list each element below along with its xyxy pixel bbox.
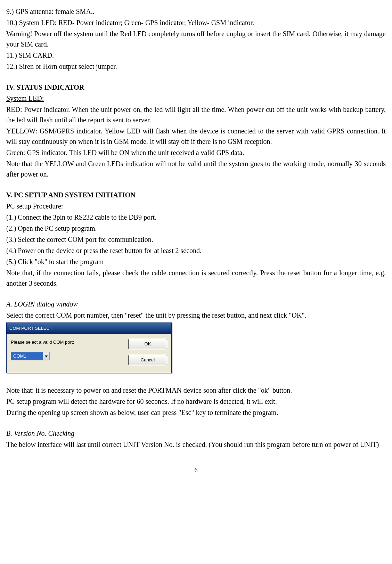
dialog-body: Please select a valid COM port: COM1 OK … bbox=[7, 334, 171, 373]
section-a-instruction: Select the correct COM port number, then… bbox=[6, 310, 386, 320]
com-port-select-dialog: COM PORT SELECT Please select a valid CO… bbox=[6, 322, 172, 373]
list-item-12: 12.) Siren or Horn output select jumper. bbox=[6, 61, 386, 72]
dialog-button-column: OK Cancel bbox=[128, 339, 167, 365]
section-a-note-3: During the opening up screen shown as be… bbox=[6, 407, 386, 418]
procedure-note: Note that, if the connection fails, plea… bbox=[6, 268, 386, 288]
dialog-title: COM PORT SELECT bbox=[9, 325, 52, 332]
list-item-9: 9.) GPS antenna: female SMA.. bbox=[6, 6, 386, 17]
led-note: Note that the YELLOW and Green LEDs indi… bbox=[6, 158, 386, 179]
section-a-note-1: Note that: it is necessary to power on a… bbox=[6, 385, 386, 395]
step-4: (4.) Power on the device or press the re… bbox=[6, 245, 386, 256]
led-green-description: Green: GPS indicator. This LED will be O… bbox=[6, 147, 386, 158]
pc-setup-procedure-label: PC setup Procedure: bbox=[6, 201, 386, 211]
led-yellow-description: YELLOW: GSM/GPRS indicator. Yellow LED w… bbox=[6, 126, 386, 147]
page-number: 6 bbox=[6, 466, 386, 475]
warning-text: Warning! Power off the system until the … bbox=[6, 28, 386, 49]
dialog-title-bar: COM PORT SELECT bbox=[7, 323, 171, 334]
step-1: (1.) Connect the 3pin to RS232 cable to … bbox=[6, 212, 386, 222]
cancel-button[interactable]: Cancel bbox=[128, 355, 167, 365]
step-3: (3.) Select the correct COM port for com… bbox=[6, 234, 386, 245]
list-item-11: 11.) SIM CARD. bbox=[6, 50, 386, 60]
com-port-selected-value: COM1 bbox=[11, 352, 43, 360]
section-a-note-2: PC setup program will detect the hardwar… bbox=[6, 396, 386, 407]
step-2: (2.) Open the PC setup program. bbox=[6, 223, 386, 234]
section-b-text: The below interface will last until corr… bbox=[6, 439, 386, 450]
dialog-left-panel: Please select a valid COM port: COM1 bbox=[11, 339, 118, 360]
section-v-heading: V. PC SETUP AND SYSTEM INITIATION bbox=[6, 190, 386, 200]
list-item-10: 10.) System LED: RED- Power indicator; G… bbox=[6, 17, 386, 28]
system-led-label: System LED: bbox=[6, 93, 386, 104]
section-iv-heading: IV. STATUS INDICATOR bbox=[6, 82, 386, 92]
dialog-prompt-label: Please select a valid COM port: bbox=[11, 339, 118, 346]
section-a-heading: A. LOGIN dialog window bbox=[6, 299, 386, 309]
section-b-heading: B. Version No. Checking bbox=[6, 428, 386, 439]
chevron-down-icon bbox=[45, 353, 48, 360]
svg-marker-0 bbox=[45, 355, 48, 358]
combo-dropdown-button[interactable] bbox=[43, 352, 49, 360]
com-port-combo[interactable]: COM1 bbox=[11, 352, 50, 360]
step-5: (5.) Click "ok" to start the program bbox=[6, 256, 386, 267]
led-red-description: RED: Power indicator. When the unit powe… bbox=[6, 104, 386, 125]
ok-button[interactable]: OK bbox=[128, 339, 167, 349]
